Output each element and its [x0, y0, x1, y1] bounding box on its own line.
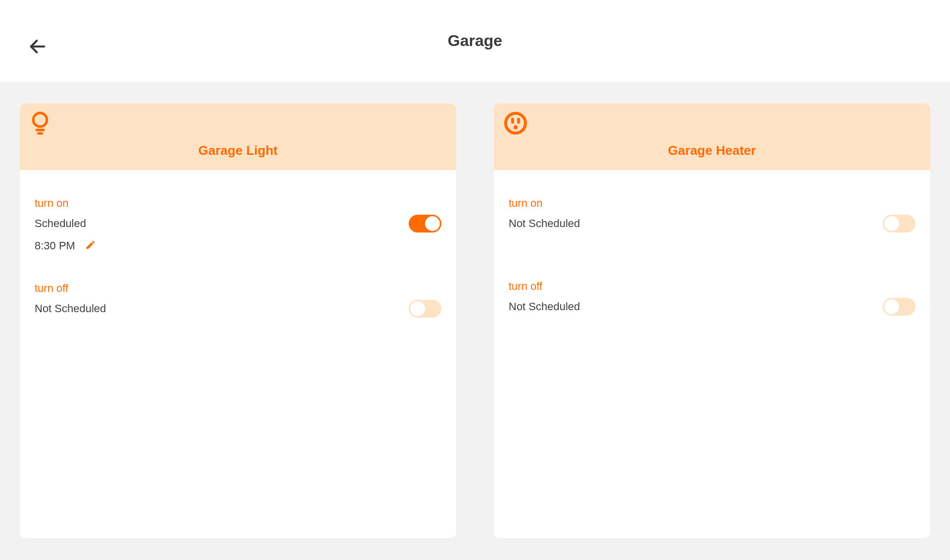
toggle-thumb	[884, 216, 899, 231]
outlet-icon	[504, 128, 527, 137]
device-name: Garage Light	[30, 143, 446, 158]
toggle-thumb	[884, 299, 899, 314]
edit-time-button[interactable]	[85, 239, 96, 252]
turn-off-label: turn off	[509, 280, 915, 293]
card-body: turn on Scheduled 8:30 PM	[20, 170, 456, 362]
toggle-thumb	[425, 216, 440, 231]
turn-on-label: turn on	[509, 197, 915, 210]
svg-point-4	[506, 113, 525, 133]
turn-on-status: Scheduled	[35, 217, 86, 230]
lightbulb-icon	[30, 128, 50, 137]
turn-on-time: 8:30 PM	[35, 239, 75, 252]
pencil-icon	[85, 239, 96, 250]
device-card-garage-light: Garage Light turn on Scheduled 8:30 PM	[20, 103, 456, 538]
card-body: turn on Not Scheduled turn off Not Sched…	[494, 170, 930, 360]
turn-on-label: turn on	[35, 197, 441, 210]
turn-off-block: turn off Not Scheduled	[35, 282, 441, 318]
turn-off-status: Not Scheduled	[35, 302, 106, 315]
turn-off-label: turn off	[35, 282, 441, 295]
card-header: Garage Heater	[494, 103, 930, 170]
turn-on-block: turn on Scheduled 8:30 PM	[35, 197, 441, 252]
header: Garage	[0, 0, 950, 82]
card-header: Garage Light	[20, 103, 456, 170]
turn-on-time-row: 8:30 PM	[35, 239, 441, 252]
turn-on-toggle[interactable]	[409, 215, 441, 233]
arrow-left-icon	[28, 37, 48, 56]
content-area: Garage Light turn on Scheduled 8:30 PM	[0, 82, 950, 560]
device-card-garage-heater: Garage Heater turn on Not Scheduled turn…	[494, 103, 930, 538]
device-name: Garage Heater	[504, 143, 920, 158]
svg-point-1	[33, 113, 47, 126]
turn-off-block: turn off Not Scheduled	[509, 280, 915, 316]
back-button[interactable]	[26, 35, 49, 58]
turn-off-status: Not Scheduled	[509, 300, 580, 313]
turn-off-toggle[interactable]	[883, 298, 915, 316]
page-title: Garage	[448, 32, 502, 50]
turn-on-status: Not Scheduled	[509, 217, 580, 230]
turn-on-block: turn on Not Scheduled	[509, 197, 915, 233]
turn-on-toggle[interactable]	[883, 215, 915, 233]
toggle-thumb	[410, 301, 425, 316]
turn-off-toggle[interactable]	[409, 300, 441, 318]
